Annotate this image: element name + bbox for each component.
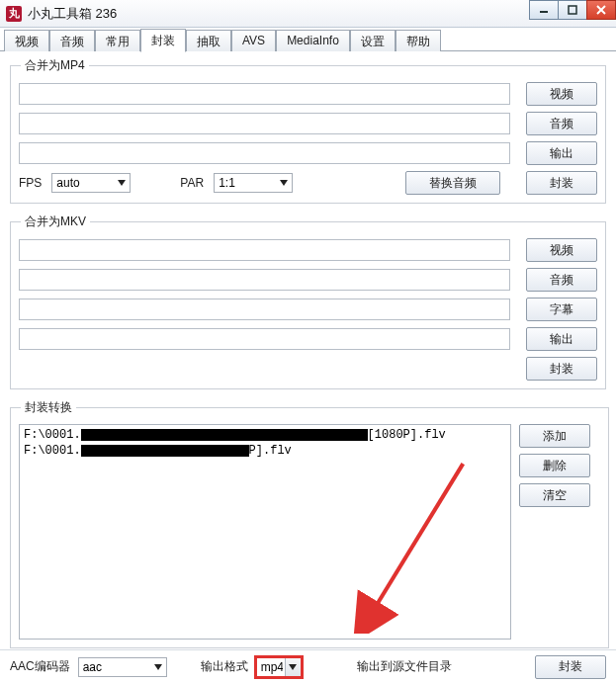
list-item[interactable]: F:\0001. P].flv <box>24 443 506 459</box>
mkv-output-button[interactable]: 输出 <box>526 327 597 351</box>
window-controls <box>530 0 616 20</box>
mp4-output-path[interactable] <box>19 142 510 164</box>
minimize-button[interactable] <box>529 0 559 20</box>
replace-audio-button[interactable]: 替换音频 <box>405 171 500 195</box>
mp4-group-title: 合并为MP4 <box>21 57 89 74</box>
mkv-group-title: 合并为MKV <box>21 213 90 230</box>
minimize-icon <box>539 5 549 15</box>
app-icon: 丸 <box>6 6 22 22</box>
maximize-button[interactable] <box>558 0 587 20</box>
par-label: PAR <box>180 176 204 190</box>
convert-group: 封装转换 F:\0001. [1080P].flv F:\0001. P].fl… <box>10 399 609 648</box>
tab-video[interactable]: 视频 <box>4 30 49 51</box>
clear-button[interactable]: 清空 <box>519 483 590 507</box>
fps-input[interactable] <box>51 173 131 193</box>
file-suffix: P].flv <box>249 443 292 459</box>
mkv-output-path[interactable] <box>19 328 510 350</box>
output-dir-label: 输出到源文件目录 <box>357 658 452 675</box>
redacted-text <box>81 429 368 441</box>
titlebar: 丸 小丸工具箱 236 <box>0 0 616 28</box>
mp4-audio-path[interactable] <box>19 113 510 134</box>
mkv-video-button[interactable]: 视频 <box>526 238 597 262</box>
tab-help[interactable]: 帮助 <box>396 30 441 51</box>
delete-button[interactable]: 删除 <box>519 454 590 477</box>
fps-label: FPS <box>19 176 42 190</box>
aac-encoder-label: AAC编码器 <box>10 658 70 675</box>
mp4-audio-button[interactable]: 音频 <box>526 112 597 135</box>
convert-group-title: 封装转换 <box>21 399 76 416</box>
mp4-mux-button[interactable]: 封装 <box>526 171 597 195</box>
mkv-audio-button[interactable]: 音频 <box>526 268 597 292</box>
client-area: 合并为MP4 视频 音频 输出 FPS PAR 替换音频 <box>0 51 616 664</box>
bottom-bar: AAC编码器 输出格式 输出到源文件目录 封装 <box>0 649 616 683</box>
fps-combo[interactable] <box>51 173 131 193</box>
file-prefix: F:\0001. <box>24 443 81 459</box>
par-input[interactable] <box>214 173 293 193</box>
mkv-subtitle-button[interactable]: 字幕 <box>526 298 597 321</box>
window-title: 小丸工具箱 236 <box>28 5 117 23</box>
bottom-mux-button[interactable]: 封装 <box>535 655 606 679</box>
tabstrip: 视频 音频 常用 封装 抽取 AVS MediaInfo 设置 帮助 <box>0 28 616 51</box>
tab-mediainfo[interactable]: MediaInfo <box>276 30 350 51</box>
aac-encoder-input[interactable] <box>78 657 167 677</box>
maximize-icon <box>568 5 577 15</box>
add-button[interactable]: 添加 <box>519 424 590 448</box>
mkv-subtitle-path[interactable] <box>19 299 510 320</box>
output-format-combo[interactable] <box>256 657 302 677</box>
file-suffix: [1080P].flv <box>368 427 446 443</box>
close-icon <box>596 5 606 15</box>
mp4-group: 合并为MP4 视频 音频 输出 FPS PAR 替换音频 <box>10 57 606 204</box>
svg-rect-1 <box>569 6 576 14</box>
list-item[interactable]: F:\0001. [1080P].flv <box>24 427 506 443</box>
tab-audio[interactable]: 音频 <box>49 30 95 51</box>
mkv-group: 合并为MKV 视频 音频 字幕 输出 封装 <box>10 213 606 389</box>
redacted-text <box>81 445 249 457</box>
par-combo[interactable] <box>214 173 293 193</box>
mp4-video-path[interactable] <box>19 83 510 105</box>
tab-common[interactable]: 常用 <box>95 30 140 51</box>
file-prefix: F:\0001. <box>24 427 81 443</box>
close-button[interactable] <box>586 0 616 20</box>
mkv-video-path[interactable] <box>19 239 510 261</box>
mp4-output-button[interactable]: 输出 <box>526 141 597 165</box>
mkv-mux-button[interactable]: 封装 <box>526 357 597 381</box>
tab-avs[interactable]: AVS <box>231 30 276 51</box>
aac-encoder-combo[interactable] <box>78 657 167 677</box>
tab-extract[interactable]: 抽取 <box>186 30 231 51</box>
tab-settings[interactable]: 设置 <box>350 30 396 51</box>
output-format-input[interactable] <box>256 657 302 677</box>
mp4-video-button[interactable]: 视频 <box>526 82 597 106</box>
mkv-audio-path[interactable] <box>19 269 510 291</box>
tab-mux[interactable]: 封装 <box>140 29 186 52</box>
output-format-label: 输出格式 <box>201 658 248 675</box>
file-list[interactable]: F:\0001. [1080P].flv F:\0001. P].flv <box>19 424 511 640</box>
